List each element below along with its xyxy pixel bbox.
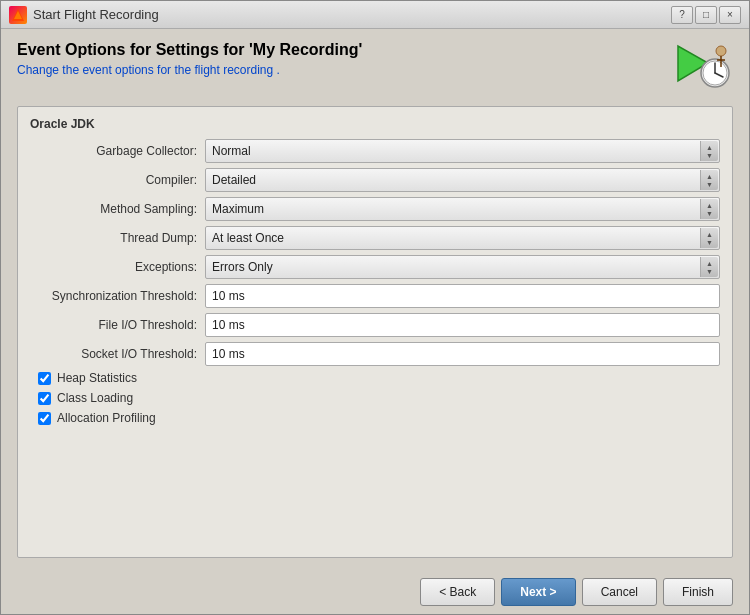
compiler-select-wrapper: Normal Detailed Maximum Off xyxy=(205,168,720,192)
thread-dump-select[interactable]: At least Once Every Chunk Off xyxy=(205,226,720,250)
socket-io-threshold-control xyxy=(205,342,720,366)
garbage-collector-control: Normal Detailed Maximum Off xyxy=(205,139,720,163)
thread-dump-control: At least Once Every Chunk Off xyxy=(205,226,720,250)
file-io-threshold-label: File I/O Threshold: xyxy=(30,318,205,332)
section-label: Oracle JDK xyxy=(30,117,720,131)
event-title: Event Options for Settings for 'My Recor… xyxy=(17,41,663,59)
content-area: Event Options for Settings for 'My Recor… xyxy=(1,29,749,568)
compiler-control: Normal Detailed Maximum Off xyxy=(205,168,720,192)
sync-threshold-label: Synchronization Threshold: xyxy=(30,289,205,303)
sync-threshold-control xyxy=(205,284,720,308)
allocation-profiling-row: Allocation Profiling xyxy=(30,411,720,425)
class-loading-label[interactable]: Class Loading xyxy=(57,391,133,405)
socket-io-threshold-label: Socket I/O Threshold: xyxy=(30,347,205,361)
compiler-select[interactable]: Normal Detailed Maximum Off xyxy=(205,168,720,192)
method-sampling-label: Method Sampling: xyxy=(30,202,205,216)
method-sampling-select-wrapper: Normal Detailed Maximum Off xyxy=(205,197,720,221)
class-loading-checkbox[interactable] xyxy=(38,392,51,405)
heap-statistics-row: Heap Statistics xyxy=(30,371,720,385)
thread-dump-label: Thread Dump: xyxy=(30,231,205,245)
socket-io-threshold-row: Socket I/O Threshold: xyxy=(30,342,720,366)
method-sampling-control: Normal Detailed Maximum Off xyxy=(205,197,720,221)
window-title: Start Flight Recording xyxy=(33,7,159,22)
svg-point-7 xyxy=(716,46,726,56)
title-bar: Start Flight Recording ? □ × xyxy=(1,1,749,29)
file-io-threshold-control xyxy=(205,313,720,337)
back-button[interactable]: < Back xyxy=(420,578,495,606)
thread-dump-row: Thread Dump: At least Once Every Chunk O… xyxy=(30,226,720,250)
title-bar-buttons: ? □ × xyxy=(671,6,741,24)
garbage-collector-row: Garbage Collector: Normal Detailed Maxim… xyxy=(30,139,720,163)
garbage-collector-select[interactable]: Normal Detailed Maximum Off xyxy=(205,139,720,163)
subtitle-after: . xyxy=(277,63,280,77)
method-sampling-select[interactable]: Normal Detailed Maximum Off xyxy=(205,197,720,221)
next-button[interactable]: Next > xyxy=(501,578,575,606)
compiler-label: Compiler: xyxy=(30,173,205,187)
recording-icon-container xyxy=(673,41,733,96)
subtitle-link[interactable]: flight recording xyxy=(194,63,273,77)
thread-dump-select-wrapper: At least Once Every Chunk Off xyxy=(205,226,720,250)
title-bar-left: Start Flight Recording xyxy=(9,6,159,24)
event-subtitle: Change the event options for the flight … xyxy=(17,63,663,77)
garbage-collector-select-wrapper: Normal Detailed Maximum Off xyxy=(205,139,720,163)
close-button[interactable]: × xyxy=(719,6,741,24)
garbage-collector-label: Garbage Collector: xyxy=(30,144,205,158)
sync-threshold-row: Synchronization Threshold: xyxy=(30,284,720,308)
cancel-button[interactable]: Cancel xyxy=(582,578,657,606)
finish-button[interactable]: Finish xyxy=(663,578,733,606)
help-button[interactable]: ? xyxy=(671,6,693,24)
exceptions-row: Exceptions: All Exceptions Errors Only O… xyxy=(30,255,720,279)
exceptions-select-wrapper: All Exceptions Errors Only Off xyxy=(205,255,720,279)
exceptions-select[interactable]: All Exceptions Errors Only Off xyxy=(205,255,720,279)
header-text: Event Options for Settings for 'My Recor… xyxy=(17,41,663,77)
allocation-profiling-checkbox[interactable] xyxy=(38,412,51,425)
heap-statistics-checkbox[interactable] xyxy=(38,372,51,385)
exceptions-label: Exceptions: xyxy=(30,260,205,274)
maximize-button[interactable]: □ xyxy=(695,6,717,24)
method-sampling-row: Method Sampling: Normal Detailed Maximum… xyxy=(30,197,720,221)
sync-threshold-input[interactable] xyxy=(205,284,720,308)
class-loading-row: Class Loading xyxy=(30,391,720,405)
file-io-threshold-row: File I/O Threshold: xyxy=(30,313,720,337)
heap-statistics-label[interactable]: Heap Statistics xyxy=(57,371,137,385)
recording-icon xyxy=(673,41,733,96)
compiler-row: Compiler: Normal Detailed Maximum Off xyxy=(30,168,720,192)
app-icon xyxy=(9,6,27,24)
subtitle-before: Change the event options for the xyxy=(17,63,191,77)
file-io-threshold-input[interactable] xyxy=(205,313,720,337)
exceptions-control: All Exceptions Errors Only Off xyxy=(205,255,720,279)
main-window: Start Flight Recording ? □ × Event Optio… xyxy=(0,0,750,615)
footer: < Back Next > Cancel Finish xyxy=(1,568,749,614)
header-section: Event Options for Settings for 'My Recor… xyxy=(17,41,733,96)
allocation-profiling-label[interactable]: Allocation Profiling xyxy=(57,411,156,425)
form-container: Oracle JDK Garbage Collector: Normal Det… xyxy=(17,106,733,558)
socket-io-threshold-input[interactable] xyxy=(205,342,720,366)
